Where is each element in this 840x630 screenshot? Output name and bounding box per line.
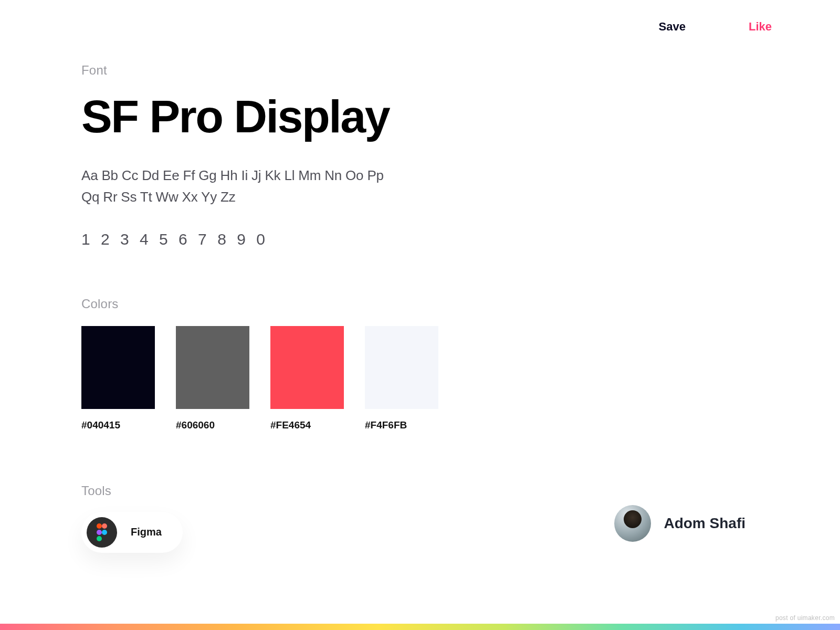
save-button[interactable]: Save <box>659 20 686 34</box>
tool-label: Figma <box>131 526 162 538</box>
alphabet-line-2: Qq Rr Ss Tt Ww Xx Yy Zz <box>81 189 235 205</box>
swatch-label: #606060 <box>176 419 249 431</box>
swatch-box <box>176 326 249 409</box>
font-name-title: SF Pro Display <box>81 92 711 141</box>
topbar: Save Like <box>659 20 772 34</box>
like-button[interactable]: Like <box>749 20 772 34</box>
colors-section-label: Colors <box>81 297 711 311</box>
tool-chip-figma[interactable]: Figma <box>81 512 183 553</box>
swatch-box <box>270 326 344 409</box>
swatch-box <box>365 326 438 409</box>
svg-point-3 <box>102 530 107 535</box>
color-swatch: #040415 <box>81 326 155 431</box>
figma-icon <box>87 517 117 548</box>
color-swatch: #606060 <box>176 326 249 431</box>
swatch-box <box>81 326 155 409</box>
svg-point-2 <box>97 530 102 535</box>
tools-section-label: Tools <box>81 484 711 498</box>
main-content: Font SF Pro Display Aa Bb Cc Dd Ee Ff Gg… <box>81 63 711 553</box>
swatch-label: #FE4654 <box>270 419 344 431</box>
watermark-text: post of uimaker.com <box>775 614 835 622</box>
swatch-row: #040415 #606060 #FE4654 #F4F6FB <box>81 326 711 431</box>
font-alphabet: Aa Bb Cc Dd Ee Ff Gg Hh Ii Jj Kk Ll Mm N… <box>81 165 407 207</box>
font-section: Font SF Pro Display Aa Bb Cc Dd Ee Ff Gg… <box>81 63 711 248</box>
alphabet-line-1: Aa Bb Cc Dd Ee Ff Gg Hh Ii Jj Kk Ll Mm N… <box>81 167 384 183</box>
swatch-label: #040415 <box>81 419 155 431</box>
svg-point-4 <box>97 536 102 541</box>
font-digits: 1 2 3 4 5 6 7 8 9 0 <box>81 230 711 248</box>
footer-gradient-bar <box>0 624 840 630</box>
author-name: Adom Shafi <box>664 515 746 532</box>
colors-section: Colors #040415 #606060 #FE4654 #F4F6FB <box>81 297 711 431</box>
color-swatch: #F4F6FB <box>365 326 438 431</box>
font-section-label: Font <box>81 63 711 78</box>
swatch-label: #F4F6FB <box>365 419 438 431</box>
svg-point-1 <box>102 523 107 529</box>
avatar <box>614 505 651 542</box>
color-swatch: #FE4654 <box>270 326 344 431</box>
svg-point-0 <box>97 523 102 529</box>
author-badge[interactable]: Adom Shafi <box>614 505 746 542</box>
